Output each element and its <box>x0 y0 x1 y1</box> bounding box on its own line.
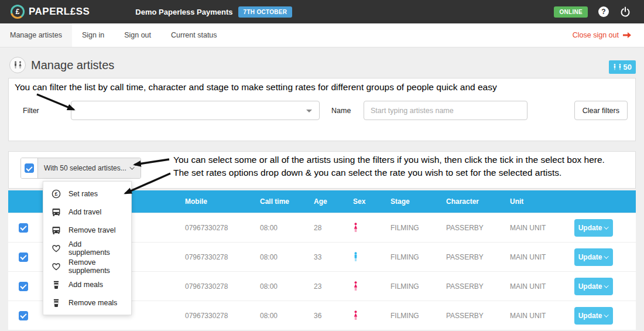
clear-filters-button[interactable]: Clear filters <box>574 101 628 120</box>
cell-mobile: 07967330278 <box>185 224 260 232</box>
tab-current-status[interactable]: Current status <box>161 23 227 47</box>
chevron-down-icon <box>604 224 609 229</box>
menu-item-add-travel[interactable]: Add travel <box>43 203 131 221</box>
cell-unit: MAIN UNIT <box>510 282 574 291</box>
help-icon[interactable]: ? <box>598 6 609 17</box>
power-icon[interactable] <box>619 6 631 18</box>
sex-icon <box>353 252 390 262</box>
filter-select[interactable] <box>71 101 320 120</box>
cell-call-time: 08:00 <box>260 253 314 261</box>
cell-age: 28 <box>314 224 353 232</box>
tab-sign-out[interactable]: Sign out <box>114 23 161 47</box>
menu-item-add-supplements[interactable]: Add supplements <box>43 239 131 257</box>
cell-age: 36 <box>314 312 353 320</box>
cell-character: PASSERBY <box>446 282 510 291</box>
sex-icon <box>353 223 390 233</box>
cell-character: PASSERBY <box>446 312 510 320</box>
with-selected-artistes-button[interactable]: With 50 selected artistes... <box>38 158 141 178</box>
row-checkbox[interactable] <box>19 311 28 320</box>
menu-item-add-meals[interactable]: Add meals <box>43 275 131 294</box>
filter-panel: You can filter the list by call time, ch… <box>8 78 636 141</box>
heart-icon <box>52 244 61 253</box>
chevron-down-icon <box>306 110 312 112</box>
bus-icon <box>52 226 61 235</box>
cell-unit: MAIN UNIT <box>510 253 574 261</box>
cell-mobile: 07967330278 <box>185 312 260 320</box>
chevron-down-icon <box>604 312 609 317</box>
meal-cup-icon <box>52 298 61 308</box>
sex-icon <box>353 281 390 291</box>
heart-icon <box>52 262 61 271</box>
meal-cup-icon <box>52 280 61 289</box>
update-button[interactable]: Update <box>574 248 613 266</box>
cell-call-time: 08:00 <box>260 224 314 232</box>
update-button[interactable]: Update <box>574 278 613 295</box>
name-search-input[interactable] <box>364 101 527 120</box>
selection-instruction-line1: You can select some or all of the artist… <box>173 155 605 165</box>
person-icon <box>618 63 622 71</box>
update-button[interactable]: Update <box>574 219 613 237</box>
cell-call-time: 08:00 <box>260 282 314 291</box>
cell-stage: FILMING <box>390 224 446 232</box>
row-checkbox[interactable] <box>19 252 28 262</box>
top-bar: £ PAPERL£SS Demo Paperless Payments 7TH … <box>0 0 644 23</box>
menu-item-remove-travel[interactable]: Remove travel <box>43 221 131 239</box>
arrow-right-icon <box>623 32 631 38</box>
tab-manage-artistes[interactable]: Manage artistes <box>0 23 72 47</box>
bulk-select-group[interactable]: With 50 selected artistes... <box>20 158 141 179</box>
bus-icon <box>52 207 61 217</box>
person-icon <box>613 63 616 71</box>
cell-stage: FILMING <box>390 282 446 291</box>
sex-icon <box>353 310 390 320</box>
cell-mobile: 07967330278 <box>185 282 260 291</box>
set-rates-dropdown-menu: £ Set rates Add travel Remove travel Add… <box>43 181 132 315</box>
row-checkbox[interactable] <box>19 282 28 291</box>
header-stage: Stage <box>390 197 446 206</box>
menu-item-set-rates[interactable]: £ Set rates <box>43 185 131 203</box>
cell-character: PASSERBY <box>446 253 510 261</box>
selection-instruction-line2: The set rates options drop down & you ca… <box>173 168 561 178</box>
close-sign-out-link[interactable]: Close sign out <box>573 23 644 47</box>
cell-age: 23 <box>314 282 353 291</box>
cell-character: PASSERBY <box>446 224 510 232</box>
name-label: Name <box>331 107 351 115</box>
cell-unit: MAIN UNIT <box>510 224 574 232</box>
pound-logo-icon: £ <box>11 5 25 19</box>
header-age: Age <box>314 197 353 206</box>
filter-label: Filter <box>23 107 39 115</box>
artistes-count: 50 <box>624 63 632 71</box>
select-all-checkbox[interactable] <box>25 163 34 173</box>
header-unit: Unit <box>510 197 574 206</box>
header-call-time: Call time <box>260 197 314 206</box>
menu-item-remove-meals[interactable]: Remove meals <box>43 294 131 312</box>
cell-stage: FILMING <box>390 253 446 261</box>
header-sex: Sex <box>353 197 390 206</box>
svg-text:£: £ <box>54 191 57 197</box>
nav-bar: Manage artistes Sign in Sign out Current… <box>0 23 644 47</box>
cell-mobile: 07967330278 <box>185 253 260 261</box>
chevron-down-icon <box>129 165 134 169</box>
cell-age: 33 <box>314 253 353 261</box>
update-button[interactable]: Update <box>574 307 613 325</box>
filter-instruction: You can filter the list by call time, ch… <box>15 82 497 93</box>
app-title: Demo Paperless Payments <box>135 8 232 16</box>
rates-icon: £ <box>52 189 61 199</box>
online-status-badge: ONLINE <box>554 6 588 18</box>
chevron-down-icon <box>604 254 609 258</box>
chevron-down-icon <box>604 283 609 288</box>
tab-sign-in[interactable]: Sign in <box>72 23 114 47</box>
header-mobile: Mobile <box>185 197 260 206</box>
brand-name: PAPERL£SS <box>29 6 90 18</box>
artistes-count-badge: 50 <box>609 60 636 74</box>
page-title: Manage artistes <box>31 59 114 72</box>
artistes-people-icon <box>9 57 26 73</box>
menu-item-remove-supplements[interactable]: Remove supplements <box>43 257 131 275</box>
cell-stage: FILMING <box>390 312 446 320</box>
row-checkbox[interactable] <box>19 223 28 233</box>
cell-unit: MAIN UNIT <box>510 312 574 320</box>
cell-call-time: 08:00 <box>260 312 314 320</box>
paperless-logo: £ PAPERL£SS <box>11 5 90 19</box>
header-character: Character <box>446 197 510 206</box>
date-badge: 7TH OCTOBER <box>238 6 293 18</box>
